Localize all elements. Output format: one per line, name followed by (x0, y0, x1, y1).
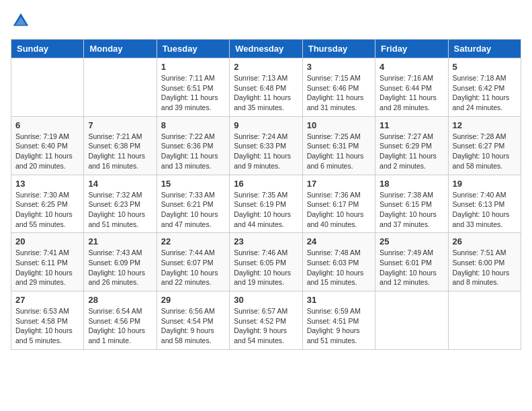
day-detail: Sunrise: 7:51 AM Sunset: 6:00 PM Dayligh… (453, 248, 517, 287)
day-detail: Sunrise: 7:36 AM Sunset: 6:17 PM Dayligh… (307, 190, 371, 230)
day-number: 31 (307, 295, 371, 305)
calendar-day-cell: 2Sunrise: 7:13 AM Sunset: 6:48 PM Daylig… (230, 58, 302, 117)
calendar-day-cell: 11Sunrise: 7:27 AM Sunset: 6:29 PM Dayli… (375, 116, 448, 175)
calendar-day-cell: 8Sunrise: 7:22 AM Sunset: 6:36 PM Daylig… (157, 116, 229, 175)
day-of-week-header: Monday (84, 40, 157, 58)
day-number: 5 (453, 62, 517, 72)
calendar-week-row: 27Sunrise: 6:53 AM Sunset: 4:58 PM Dayli… (11, 291, 521, 350)
day-number: 17 (307, 179, 371, 189)
day-of-week-header: Sunday (11, 40, 84, 58)
calendar-day-cell (448, 291, 521, 350)
day-detail: Sunrise: 7:46 AM Sunset: 6:05 PM Dayligh… (234, 248, 298, 287)
calendar-day-cell: 13Sunrise: 7:30 AM Sunset: 6:25 PM Dayli… (11, 175, 84, 233)
calendar-day-cell: 17Sunrise: 7:36 AM Sunset: 6:17 PM Dayli… (302, 175, 375, 233)
day-number: 29 (161, 295, 225, 305)
calendar-day-cell: 27Sunrise: 6:53 AM Sunset: 4:58 PM Dayli… (11, 291, 84, 350)
day-detail: Sunrise: 7:21 AM Sunset: 6:38 PM Dayligh… (88, 132, 152, 171)
day-detail: Sunrise: 7:41 AM Sunset: 6:11 PM Dayligh… (15, 248, 79, 287)
day-number: 3 (307, 62, 371, 72)
day-detail: Sunrise: 7:13 AM Sunset: 6:48 PM Dayligh… (234, 73, 298, 113)
calendar-table: SundayMondayTuesdayWednesdayThursdayFrid… (11, 39, 521, 350)
day-number: 16 (234, 179, 298, 189)
calendar-day-cell: 16Sunrise: 7:35 AM Sunset: 6:19 PM Dayli… (230, 175, 302, 233)
calendar-day-cell: 21Sunrise: 7:43 AM Sunset: 6:09 PM Dayli… (84, 233, 157, 291)
day-of-week-header: Thursday (302, 40, 375, 58)
calendar-day-cell: 19Sunrise: 7:40 AM Sunset: 6:13 PM Dayli… (448, 175, 521, 233)
calendar-day-cell: 26Sunrise: 7:51 AM Sunset: 6:00 PM Dayli… (448, 233, 521, 291)
day-detail: Sunrise: 6:54 AM Sunset: 4:56 PM Dayligh… (88, 306, 152, 346)
day-detail: Sunrise: 7:28 AM Sunset: 6:27 PM Dayligh… (453, 132, 517, 171)
day-number: 11 (380, 120, 443, 130)
day-number: 22 (161, 236, 225, 246)
day-detail: Sunrise: 6:53 AM Sunset: 4:58 PM Dayligh… (15, 306, 79, 346)
day-detail: Sunrise: 7:30 AM Sunset: 6:25 PM Dayligh… (15, 190, 79, 230)
calendar-day-cell: 1Sunrise: 7:11 AM Sunset: 6:51 PM Daylig… (157, 58, 229, 117)
day-number: 14 (88, 179, 152, 189)
calendar-week-row: 1Sunrise: 7:11 AM Sunset: 6:51 PM Daylig… (11, 58, 521, 117)
day-number: 18 (380, 179, 443, 189)
calendar-week-row: 6Sunrise: 7:19 AM Sunset: 6:40 PM Daylig… (11, 116, 521, 175)
calendar-day-cell: 10Sunrise: 7:25 AM Sunset: 6:31 PM Dayli… (302, 116, 375, 175)
day-detail: Sunrise: 7:33 AM Sunset: 6:21 PM Dayligh… (161, 190, 225, 230)
calendar-day-cell: 12Sunrise: 7:28 AM Sunset: 6:27 PM Dayli… (448, 116, 521, 175)
day-detail: Sunrise: 7:43 AM Sunset: 6:09 PM Dayligh… (88, 248, 152, 287)
day-number: 7 (88, 120, 152, 130)
day-detail: Sunrise: 7:40 AM Sunset: 6:13 PM Dayligh… (453, 190, 517, 230)
day-of-week-header: Saturday (448, 40, 521, 58)
calendar-day-cell: 6Sunrise: 7:19 AM Sunset: 6:40 PM Daylig… (11, 116, 84, 175)
day-detail: Sunrise: 7:49 AM Sunset: 6:01 PM Dayligh… (380, 248, 443, 287)
calendar-day-cell: 5Sunrise: 7:18 AM Sunset: 6:42 PM Daylig… (448, 58, 521, 117)
day-detail: Sunrise: 7:16 AM Sunset: 6:44 PM Dayligh… (380, 73, 443, 113)
day-number: 10 (307, 120, 371, 130)
day-detail: Sunrise: 7:32 AM Sunset: 6:23 PM Dayligh… (88, 190, 152, 230)
day-number: 25 (380, 236, 443, 246)
day-detail: Sunrise: 7:25 AM Sunset: 6:31 PM Dayligh… (307, 132, 371, 171)
day-number: 27 (15, 295, 79, 305)
day-of-week-header: Wednesday (230, 40, 302, 58)
day-number: 19 (453, 179, 517, 189)
page-header (11, 11, 521, 31)
day-detail: Sunrise: 7:22 AM Sunset: 6:36 PM Dayligh… (161, 132, 225, 171)
day-number: 30 (234, 295, 298, 305)
calendar-header-row: SundayMondayTuesdayWednesdayThursdayFrid… (11, 40, 521, 58)
calendar-day-cell: 30Sunrise: 6:57 AM Sunset: 4:52 PM Dayli… (230, 291, 302, 350)
day-number: 13 (15, 179, 79, 189)
day-detail: Sunrise: 7:48 AM Sunset: 6:03 PM Dayligh… (307, 248, 371, 287)
day-detail: Sunrise: 7:18 AM Sunset: 6:42 PM Dayligh… (453, 73, 517, 113)
day-detail: Sunrise: 7:44 AM Sunset: 6:07 PM Dayligh… (161, 248, 225, 287)
day-detail: Sunrise: 7:27 AM Sunset: 6:29 PM Dayligh… (380, 132, 443, 171)
calendar-day-cell (375, 291, 448, 350)
calendar-day-cell: 7Sunrise: 7:21 AM Sunset: 6:38 PM Daylig… (84, 116, 157, 175)
calendar-day-cell: 23Sunrise: 7:46 AM Sunset: 6:05 PM Dayli… (230, 233, 302, 291)
day-number: 15 (161, 179, 225, 189)
day-detail: Sunrise: 7:19 AM Sunset: 6:40 PM Dayligh… (15, 132, 79, 171)
calendar-day-cell (84, 58, 157, 117)
calendar-week-row: 13Sunrise: 7:30 AM Sunset: 6:25 PM Dayli… (11, 175, 521, 233)
day-detail: Sunrise: 6:59 AM Sunset: 4:51 PM Dayligh… (307, 306, 371, 346)
calendar-day-cell: 20Sunrise: 7:41 AM Sunset: 6:11 PM Dayli… (11, 233, 84, 291)
day-number: 26 (453, 236, 517, 246)
day-number: 28 (88, 295, 152, 305)
day-number: 2 (234, 62, 298, 72)
day-of-week-header: Tuesday (157, 40, 229, 58)
calendar-day-cell: 9Sunrise: 7:24 AM Sunset: 6:33 PM Daylig… (230, 116, 302, 175)
day-detail: Sunrise: 7:35 AM Sunset: 6:19 PM Dayligh… (234, 190, 298, 230)
calendar-day-cell: 18Sunrise: 7:38 AM Sunset: 6:15 PM Dayli… (375, 175, 448, 233)
day-number: 24 (307, 236, 371, 246)
calendar-day-cell: 24Sunrise: 7:48 AM Sunset: 6:03 PM Dayli… (302, 233, 375, 291)
calendar-week-row: 20Sunrise: 7:41 AM Sunset: 6:11 PM Dayli… (11, 233, 521, 291)
day-detail: Sunrise: 7:11 AM Sunset: 6:51 PM Dayligh… (161, 73, 225, 113)
day-detail: Sunrise: 7:38 AM Sunset: 6:15 PM Dayligh… (380, 190, 443, 230)
calendar-day-cell: 25Sunrise: 7:49 AM Sunset: 6:01 PM Dayli… (375, 233, 448, 291)
calendar-day-cell: 28Sunrise: 6:54 AM Sunset: 4:56 PM Dayli… (84, 291, 157, 350)
day-detail: Sunrise: 6:57 AM Sunset: 4:52 PM Dayligh… (234, 306, 298, 346)
day-detail: Sunrise: 6:56 AM Sunset: 4:54 PM Dayligh… (161, 306, 225, 346)
calendar-day-cell: 29Sunrise: 6:56 AM Sunset: 4:54 PM Dayli… (157, 291, 229, 350)
calendar-day-cell: 4Sunrise: 7:16 AM Sunset: 6:44 PM Daylig… (375, 58, 448, 117)
day-number: 1 (161, 62, 225, 72)
day-number: 9 (234, 120, 298, 130)
logo-icon (11, 11, 31, 31)
calendar-day-cell: 15Sunrise: 7:33 AM Sunset: 6:21 PM Dayli… (157, 175, 229, 233)
calendar-day-cell: 14Sunrise: 7:32 AM Sunset: 6:23 PM Dayli… (84, 175, 157, 233)
day-number: 21 (88, 236, 152, 246)
